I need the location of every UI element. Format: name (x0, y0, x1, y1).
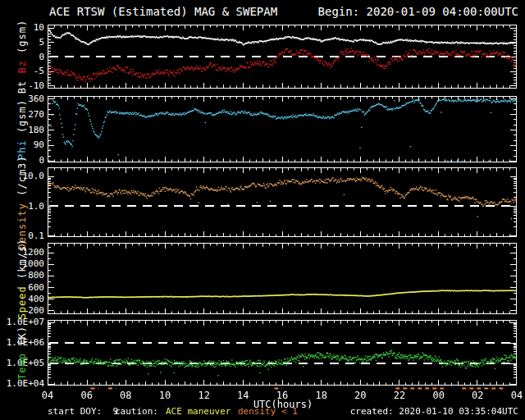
x-tick-label: 18 (315, 390, 326, 401)
y-axis-label-temp: Temp (K) (16, 326, 28, 380)
caution-maneuver-label: ACE maneuver (166, 406, 231, 417)
y-axis-label-part: Bt (16, 74, 28, 94)
x-tick-label: 10 (159, 390, 171, 401)
start-doy-label: start DOY: 9 (48, 406, 118, 417)
y-axis-label-part: Bz (16, 60, 28, 73)
x-tick-label: 12 (198, 390, 209, 401)
y-axis-label-part: (gsm) (16, 20, 28, 60)
x-tick-label: 04 (42, 390, 53, 401)
x-tick-label: 06 (80, 390, 92, 401)
y-axis-label-part: (/cm3) (16, 155, 28, 203)
ace-rtsw-plot-window: ACE RTSW (Estimated) MAG & SWEPAM Begin:… (0, 0, 525, 420)
x-tick-label: 00 (432, 390, 444, 401)
y-axis-label-part: (km/s) (16, 238, 28, 285)
created-timestamp: created: 2020-01-10 03:35:04UTC (350, 406, 518, 417)
panel-mag-canvas (48, 25, 517, 89)
plot-area: 1050-5-10Bt Bz (gsm)360270180900Phi (gsm… (0, 0, 525, 420)
x-tick-label: 22 (394, 390, 405, 401)
x-tick-label: 08 (120, 390, 131, 401)
y-axis-label-phi: Phi (gsm) (16, 98, 28, 159)
panel-temp-canvas (48, 320, 517, 386)
y-tick-label-temp: 1.0E+04 (0, 378, 44, 389)
y-axis-label-part: Speed (16, 285, 28, 319)
y-axis-label-part: Temp (16, 353, 28, 380)
y-axis-label-speed: Speed (km/s) (16, 238, 28, 319)
panel-speed-canvas (48, 243, 517, 314)
x-tick-label: 14 (237, 390, 249, 401)
caution-density-label: density < 1 (238, 406, 298, 417)
x-tick-label: 20 (354, 390, 366, 401)
y-axis-label-density: Density (/cm3) (16, 155, 28, 249)
caution-label: caution: (115, 406, 158, 417)
x-tick-label: 02 (472, 390, 483, 401)
y-axis-label-part: (gsm) (16, 98, 28, 139)
y-axis-label-part: (K) (16, 326, 28, 353)
panel-phi-canvas (48, 96, 517, 162)
y-axis-label-mag: Bt Bz (gsm) (16, 20, 28, 94)
x-tick-label: 04 (511, 390, 523, 401)
panel-density-canvas (48, 167, 517, 237)
